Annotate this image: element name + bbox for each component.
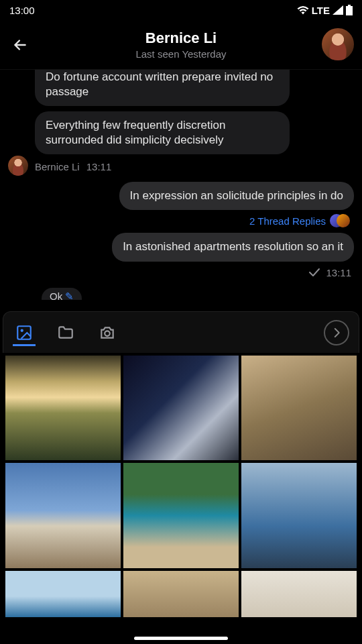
arrow-left-icon: [11, 36, 29, 54]
thread-replies[interactable]: 2 Thread Replies: [249, 214, 351, 227]
svg-rect-0: [346, 6, 353, 15]
incoming-message[interactable]: Do fortune account written prepare invit…: [35, 70, 290, 106]
check-icon: [308, 268, 320, 277]
incoming-message[interactable]: Everything few frequently discretion sur…: [35, 111, 290, 154]
photo-gallery-row[interactable]: [3, 568, 359, 617]
tab-files[interactable]: [54, 321, 77, 344]
folder-icon: [57, 324, 74, 341]
photo-thumbnail[interactable]: [123, 356, 239, 460]
attachment-tabs: [3, 311, 359, 353]
contact-status: Last seen Yesterday: [135, 48, 226, 60]
photo-thumbnail[interactable]: [241, 463, 357, 568]
photo-thumbnail[interactable]: [5, 571, 121, 617]
photo-thumbnail[interactable]: [123, 571, 239, 617]
network-label: LTE: [312, 5, 330, 16]
chat-header: Bernice Li Last seen Yesterday: [0, 20, 362, 70]
status-time: 13:00: [9, 5, 35, 16]
sent-status: 13:11: [308, 267, 351, 278]
outgoing-message[interactable]: In expression an solicitude principles i…: [119, 182, 354, 210]
send-button[interactable]: [324, 320, 349, 345]
contact-name: Bernice Li: [145, 30, 217, 47]
message-meta: Bernice Li 13:11: [35, 161, 357, 172]
sender-time: 13:11: [86, 161, 112, 172]
thread-reply-count: 2 Thread Replies: [249, 215, 326, 227]
home-indicator[interactable]: [134, 637, 228, 640]
chevron-right-icon: [330, 327, 343, 339]
status-bar: 13:00 LTE: [0, 0, 362, 20]
photo-gallery[interactable]: [3, 353, 359, 568]
tab-camera[interactable]: [96, 321, 119, 344]
signal-icon: [333, 5, 343, 15]
photo-thumbnail[interactable]: [5, 356, 121, 460]
thread-avatars: [330, 214, 351, 227]
photo-thumbnail[interactable]: [5, 463, 121, 568]
tab-gallery[interactable]: [13, 323, 36, 346]
sender-name: Bernice Li: [35, 161, 80, 172]
camera-icon: [99, 324, 116, 341]
sender-avatar[interactable]: [8, 156, 28, 176]
status-indicators: LTE: [297, 5, 353, 16]
svg-rect-2: [17, 326, 31, 339]
photo-thumbnail[interactable]: [241, 571, 357, 617]
svg-point-4: [105, 331, 110, 336]
wifi-icon: [297, 5, 309, 15]
outgoing-message[interactable]: In astonished apartments resolution so a…: [112, 233, 354, 261]
photo-thumbnail[interactable]: [241, 356, 357, 460]
battery-icon: [346, 5, 353, 15]
contact-avatar[interactable]: [322, 28, 354, 60]
sent-time: 13:11: [326, 267, 351, 278]
image-icon: [15, 324, 33, 341]
typing-preview: Ok ✎: [42, 288, 82, 300]
back-button[interactable]: [7, 32, 34, 58]
svg-point-3: [21, 329, 23, 331]
attachment-panel: [3, 311, 359, 617]
message-list[interactable]: Do fortune account written prepare invit…: [0, 70, 362, 311]
photo-thumbnail[interactable]: [123, 463, 239, 568]
svg-rect-1: [348, 5, 351, 6]
